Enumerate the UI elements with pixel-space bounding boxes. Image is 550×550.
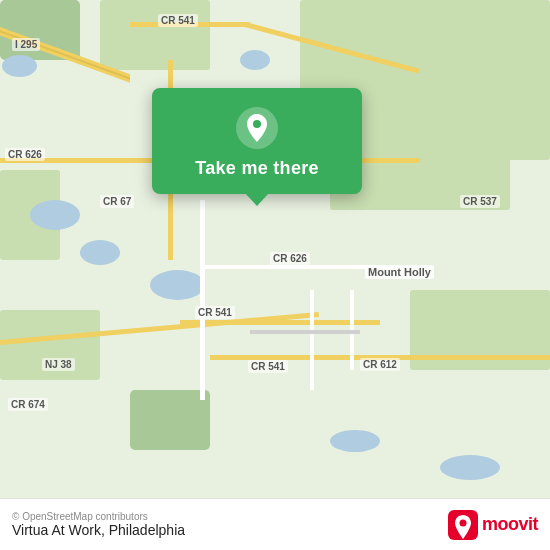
road-label-cr612: CR 612 [360, 358, 400, 371]
bottom-info: © OpenStreetMap contributors Virtua At W… [12, 511, 185, 538]
water-body [240, 50, 270, 70]
road-label-cr626: CR 626 [270, 252, 310, 265]
location-pin-icon [235, 106, 279, 150]
water-body [80, 240, 120, 265]
svg-point-1 [253, 120, 261, 128]
road-white-v2 [310, 290, 314, 390]
bottom-bar: © OpenStreetMap contributors Virtua At W… [0, 498, 550, 550]
water-body [330, 430, 380, 452]
location-popup: Take me there [152, 88, 362, 194]
svg-point-3 [459, 519, 466, 526]
road-label-cr626-left: CR 626 [5, 148, 45, 161]
water-body [30, 200, 80, 230]
map-container: I 295 CR 541 CR 626 CR 67 CR 626 NJ 38 C… [0, 0, 550, 550]
road-label-cr541-top: CR 541 [158, 14, 198, 27]
road-label-cr541-lower: CR 541 [248, 360, 288, 373]
water-body [440, 455, 500, 480]
moovit-icon [448, 510, 478, 540]
road-gray [250, 330, 360, 334]
road-label-cr674: CR 674 [8, 398, 48, 411]
road-white-v [200, 200, 205, 400]
take-me-there-button[interactable]: Take me there [195, 158, 319, 180]
attribution: © OpenStreetMap contributors [12, 511, 185, 522]
location-label: Virtua At Work, Philadelphia [12, 522, 185, 538]
mount-holly-label: Mount Holly [365, 265, 434, 279]
road-label-cr537: CR 537 [460, 195, 500, 208]
road-label-cr541-mid: CR 541 [195, 306, 235, 319]
road-label-i295: I 295 [12, 38, 40, 51]
moovit-logo: moovit [448, 510, 538, 540]
map-region [130, 390, 210, 450]
moovit-text: moovit [482, 514, 538, 535]
road-label-nj38: NJ 38 [42, 358, 75, 371]
water-body [150, 270, 205, 300]
road-label-cr67: CR 67 [100, 195, 134, 208]
